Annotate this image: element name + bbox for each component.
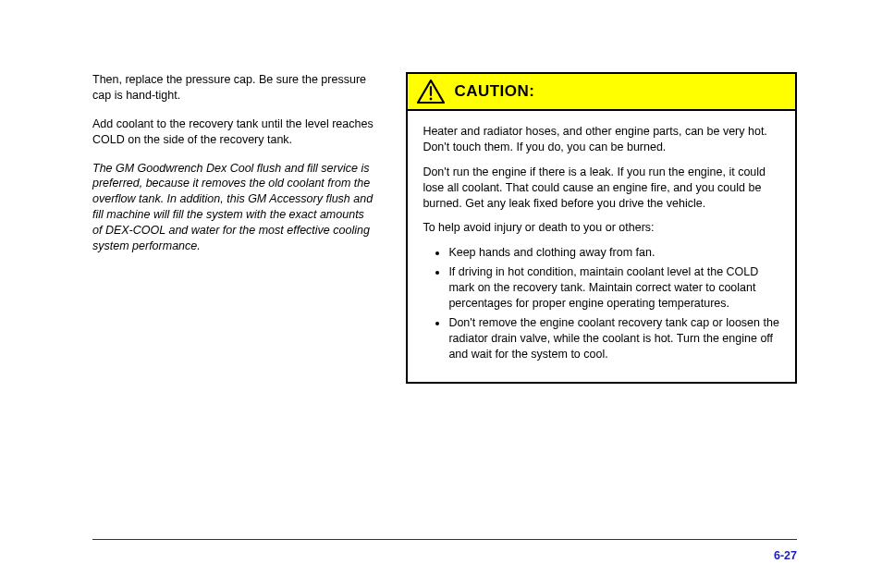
caution-bullet-item: If driving in hot condition, maintain co… (448, 264, 780, 312)
svg-point-2 (430, 98, 433, 101)
caution-body: Heater and radiator hoses, and other eng… (408, 111, 795, 382)
left-paragraph-1: Then, replace the pressure cap. Be sure … (92, 72, 376, 104)
caution-paragraph-3: To help avoid injury or death to you or … (423, 220, 780, 236)
left-paragraph-3-italic: The GM Goodwrench Dex Cool flush and fil… (92, 161, 376, 254)
page-number: 6-27 (774, 549, 797, 562)
right-column: CAUTION: Heater and radiator hoses, and … (406, 72, 797, 384)
caution-bullet-item: Don't remove the engine coolant recovery… (448, 315, 780, 362)
left-column: Then, replace the pressure cap. Be sure … (92, 72, 376, 384)
footer-rule (92, 539, 797, 540)
caution-paragraph-2: Don't run the engine if there is a leak.… (423, 165, 780, 212)
caution-bullet-list: Keep hands and clothing away from fan. I… (423, 245, 780, 361)
caution-title: CAUTION: (454, 82, 534, 101)
caution-paragraph-1: Heater and radiator hoses, and other eng… (423, 124, 780, 155)
caution-header: CAUTION: (408, 74, 795, 111)
warning-triangle-icon (417, 80, 445, 104)
left-paragraph-2: Add coolant to the recovery tank until t… (92, 116, 376, 148)
caution-box: CAUTION: Heater and radiator hoses, and … (406, 72, 797, 384)
caution-bullet-item: Keep hands and clothing away from fan. (448, 245, 780, 261)
